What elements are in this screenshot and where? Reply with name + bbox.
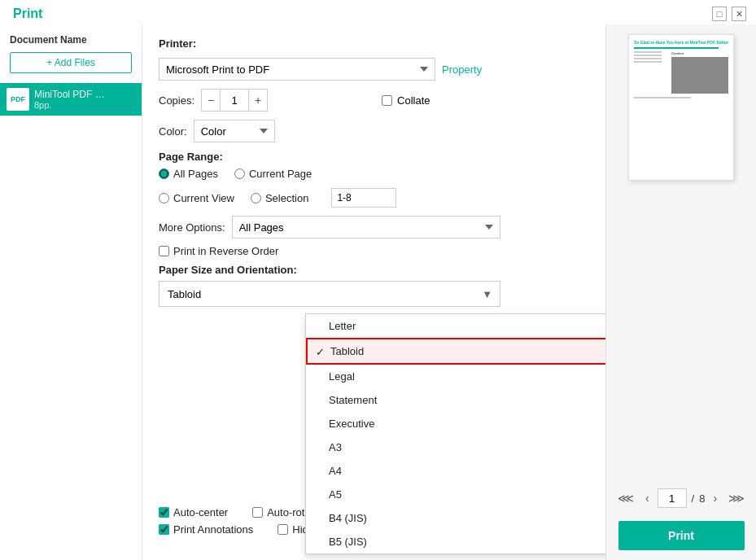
more-options-row: More Options: All Pages Odd Pages Even P… (159, 216, 589, 238)
a5-label: A5 (329, 488, 342, 501)
b4jis-label: B4 (JIS) (329, 512, 367, 524)
reverse-order-label: Print in Reverse Order (173, 245, 278, 257)
paper-size-title: Paper Size and Orientation: (159, 264, 589, 276)
main-content: Printer: Microsoft Print to PDF Property… (142, 24, 605, 560)
page-range-section: Page Range: All Pages Current Page (159, 151, 589, 208)
collate-label: Collate (397, 94, 430, 107)
print-annotations-checkbox[interactable] (159, 524, 169, 535)
color-select[interactable]: Color Black & White (194, 120, 275, 142)
file-item[interactable]: PDF MiniTool PDF E... 8pp. (0, 83, 142, 116)
hide-background-checkbox[interactable] (277, 524, 288, 535)
dropdown-item-executive[interactable]: Executive (306, 412, 605, 435)
property-button[interactable]: Property (442, 63, 482, 76)
preview-image: So Glad to Have You Here at MiniTool PDF… (628, 34, 734, 181)
sidebar: Document Name + Add Files PDF MiniTool P… (0, 24, 142, 560)
auto-center-row: Auto-center (159, 506, 228, 518)
title-bar-controls: □ ✕ (712, 7, 746, 21)
current-page-label: Current Page (249, 168, 312, 180)
page-number-input[interactable] (658, 488, 687, 508)
pdf-icon: PDF (7, 88, 29, 111)
prev-page-button[interactable]: ‹ (642, 490, 653, 506)
close-button[interactable]: ✕ (732, 7, 746, 21)
executive-label: Executive (329, 418, 374, 430)
printer-select[interactable]: Microsoft Print to PDF (159, 58, 435, 81)
auto-center-checkbox[interactable] (159, 507, 169, 518)
dropdown-item-a5[interactable]: A5 (306, 483, 605, 506)
printer-label: Printer: (159, 37, 196, 50)
page-range-input[interactable] (331, 188, 396, 208)
auto-center-label: Auto-center (173, 506, 228, 518)
all-pages-radio[interactable] (159, 168, 169, 179)
collate-checkbox[interactable] (382, 95, 392, 106)
first-page-button[interactable]: ⋘ (614, 490, 637, 506)
b5jis-label: B5 (JIS) (329, 536, 367, 548)
print-annotations-row: Print Annotations (159, 523, 253, 536)
document-name-label: Document Name (0, 31, 142, 52)
main-layout: Document Name + Add Files PDF MiniTool P… (0, 24, 756, 560)
preview-text-4 (634, 61, 662, 63)
preview-text-5 (634, 97, 691, 98)
print-dialog: Print □ ✕ Document Name + Add Files PDF … (0, 0, 756, 560)
minimize-button[interactable]: □ (712, 7, 727, 21)
print-annotations-label: Print Annotations (173, 523, 253, 536)
paper-size-dropdown-menu: Letter ✓ Tabloid Legal Statement Executi… (305, 313, 605, 554)
dropdown-item-a4[interactable]: A4 (306, 459, 605, 483)
tabloid-check: ✓ (316, 345, 325, 357)
preview-content: So Glad to Have You Here at MiniTool PDF… (629, 35, 733, 180)
copies-decrease-button[interactable]: − (202, 90, 220, 111)
dropdown-item-b5jis[interactable]: B5 (JIS) (306, 530, 605, 553)
dropdown-item-tabloid[interactable]: ✓ Tabloid (306, 338, 605, 365)
page-range-row1: All Pages Current Page (159, 168, 589, 180)
printer-row: Printer: (159, 37, 589, 50)
title-bar: Print □ ✕ (0, 0, 756, 24)
paper-size-section: Paper Size and Orientation: ▼ (159, 264, 589, 307)
preview-text-2 (634, 55, 662, 56)
current-page-option: Current Page (234, 168, 312, 180)
color-label: Color: (159, 125, 187, 138)
copies-input[interactable] (220, 90, 249, 111)
page-range-title: Page Range: (159, 151, 589, 163)
copies-row: Copies: − + (159, 89, 268, 112)
tabloid-label: Tabloid (330, 345, 364, 357)
dropdown-item-b4jis[interactable]: B4 (JIS) (306, 506, 605, 530)
selection-radio[interactable] (251, 193, 261, 203)
more-options-select[interactable]: All Pages Odd Pages Even Pages (232, 216, 500, 238)
copies-control: − + (201, 89, 268, 112)
all-pages-label: All Pages (173, 168, 218, 180)
more-options-label: More Options: (159, 221, 225, 234)
total-pages: 8 (699, 492, 705, 505)
a3-label: A3 (329, 441, 342, 453)
paper-size-input[interactable] (159, 281, 500, 307)
collate-row: Collate (382, 94, 430, 107)
current-view-radio[interactable] (159, 193, 169, 203)
last-page-button[interactable]: ⋙ (725, 490, 748, 506)
preview-text-3 (634, 58, 662, 59)
current-page-radio[interactable] (234, 168, 245, 179)
dropdown-item-statement[interactable]: Statement (306, 388, 605, 412)
reverse-order-row: Print in Reverse Order (159, 245, 589, 257)
current-view-option: Current View (159, 192, 234, 204)
file-name: MiniTool PDF E... (34, 89, 107, 100)
copies-label: Copies: (159, 94, 194, 107)
dropdown-item-legal[interactable]: Legal (306, 365, 605, 388)
preview-chart (671, 57, 728, 94)
dropdown-item-letter[interactable]: Letter (306, 314, 605, 338)
color-row: Color: Color Black & White (159, 120, 589, 142)
preview-line (634, 47, 719, 49)
auto-rotate-checkbox[interactable] (252, 507, 263, 518)
printer-select-row: Microsoft Print to PDF Property (159, 58, 589, 81)
dropdown-item-a3[interactable]: A3 (306, 435, 605, 459)
window-title: Print (13, 7, 42, 21)
paper-size-select-wrapper: ▼ (159, 281, 500, 307)
next-page-button[interactable]: › (710, 490, 720, 506)
selection-label: Selection (265, 192, 308, 204)
preview-right-col: Content (671, 51, 728, 94)
copies-increase-button[interactable]: + (249, 90, 267, 111)
selection-option: Selection (251, 192, 308, 204)
add-files-button[interactable]: + Add Files (10, 52, 132, 73)
print-button[interactable]: Print (618, 521, 745, 550)
preview-text-1 (634, 51, 662, 53)
reverse-order-checkbox[interactable] (159, 246, 169, 256)
all-pages-option: All Pages (159, 168, 218, 180)
preview-nav: ⋘ ‹ / 8 › ⋙ (614, 488, 748, 508)
